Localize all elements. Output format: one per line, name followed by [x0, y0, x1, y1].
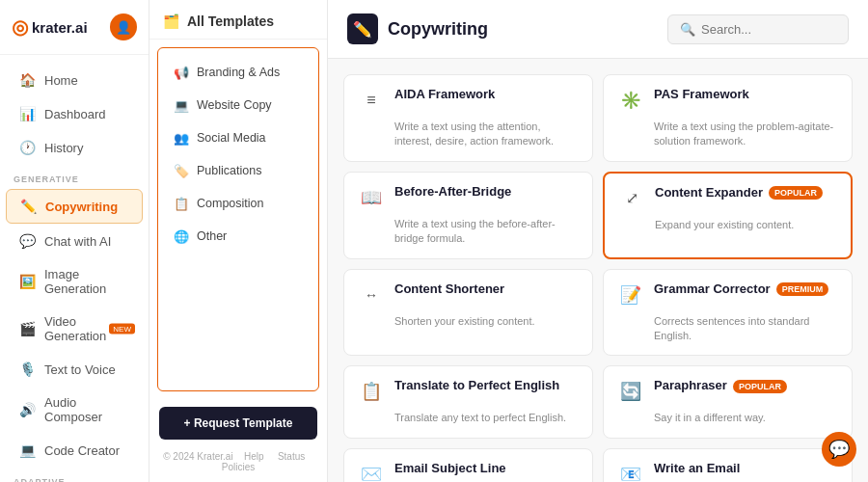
sidebar-label-dashboard: Dashboard [44, 107, 106, 121]
bab-title: Before-After-Bridge [394, 184, 511, 201]
sidebar-item-code-creator[interactable]: 💻 Code Creator [6, 434, 143, 467]
paraphraser-title: Paraphraser [654, 378, 727, 394]
request-template-label: + Request Template [184, 416, 293, 430]
translate-icon: 📋 [358, 378, 385, 405]
template-card-content-expander[interactable]: ⤢ Content Expander POPULAR Expand your e… [603, 172, 853, 259]
footer-link-help[interactable]: Help [244, 451, 264, 462]
sidebar-item-dashboard[interactable]: 📊 Dashboard [6, 97, 143, 130]
chat-ai-icon: 💬 [19, 233, 35, 249]
sidebar-item-home[interactable]: 🏠 Home [6, 64, 143, 96]
text-voice-icon: 🎙️ [19, 362, 35, 377]
video-gen-icon: 🎬 [19, 321, 35, 336]
sidebar-item-audio-composer[interactable]: 🔊 Audio Composer [6, 387, 143, 433]
social-icon: 👥 [174, 130, 189, 146]
other-icon: 🌐 [174, 228, 189, 244]
sidebar-item-video-gen[interactable]: 🎬 Video Generation NEW [6, 306, 143, 352]
popular-badge-2: POPULAR [733, 380, 787, 393]
grammar-corrector-desc: Corrects sentences into standard English… [617, 314, 838, 344]
template-category-social[interactable]: 👥 Social Media [164, 121, 312, 154]
bab-desc: Write a text using the before-after-brid… [358, 217, 579, 247]
template-card-paraphraser[interactable]: 🔄 Paraphraser POPULAR Say it in a differ… [603, 365, 853, 438]
main-title-area: ✏️ Copywriting [347, 13, 488, 44]
sidebar-label-home: Home [44, 73, 78, 88]
paraphraser-desc: Say it in a different way. [617, 411, 838, 425]
footer-link-policies[interactable]: Policies [222, 462, 255, 472]
translate-title: Translate to Perfect English [394, 378, 559, 394]
floating-action-button[interactable]: 💬 [822, 432, 856, 467]
website-icon: 💻 [174, 97, 189, 113]
sidebar-item-image-gen[interactable]: 🖼️ Image Generation [6, 258, 143, 305]
footer-copyright: © 2024 Krater.ai [163, 451, 232, 462]
sidebar-item-history[interactable]: 🕐 History [6, 131, 143, 164]
search-icon: 🔍 [680, 22, 695, 37]
sidebar-item-copywriting[interactable]: ✏️ Copywriting [6, 189, 143, 224]
card-header: ✉️ Email Subject Line [358, 461, 579, 482]
template-card-email-subject[interactable]: ✉️ Email Subject Line Write a high open-… [343, 448, 593, 482]
history-icon: 🕐 [19, 140, 35, 155]
template-category-publications[interactable]: 🏷️ Publications [164, 154, 312, 187]
template-card-pas[interactable]: ✳️ PAS Framework Write a text using the … [603, 74, 853, 162]
template-card-content-shortener[interactable]: ↔ Content Shortener Shorten your existin… [343, 269, 593, 357]
premium-badge: PREMIUM [776, 282, 829, 296]
templates-panel-title: 🗂️ All Templates [163, 13, 313, 29]
main-header: ✏️ Copywriting 🔍 [328, 0, 868, 59]
sidebar-label-copywriting: Copywriting [45, 200, 118, 214]
aida-desc: Write a text using the attention, intere… [358, 120, 579, 149]
templates-grid: ≡ AIDA Framework Write a text using the … [328, 59, 868, 482]
template-card-translate[interactable]: 📋 Translate to Perfect English Translate… [343, 365, 593, 438]
pas-desc: Write a text using the problem-agitate-s… [617, 120, 838, 149]
code-creator-icon: 💻 [19, 442, 35, 458]
template-category-other[interactable]: 🌐 Other [164, 220, 312, 253]
logo-area: ◎ krater.ai 👤 [0, 0, 149, 55]
aida-icon: ≡ [358, 87, 385, 114]
search-input[interactable] [701, 22, 836, 37]
template-category-composition[interactable]: 📋 Composition [164, 187, 312, 220]
pas-title: PAS Framework [654, 87, 749, 103]
write-email-title: Write an Email [654, 461, 740, 477]
copywriting-icon: ✏️ [20, 199, 36, 214]
search-box[interactable]: 🔍 [667, 14, 849, 44]
email-subject-title: Email Subject Line [394, 461, 506, 477]
content-shortener-desc: Shorten your existing content. [358, 314, 579, 329]
logo-icon: ◎ [12, 15, 28, 39]
card-header: ⤢ Content Expander POPULAR [618, 185, 837, 212]
bab-icon: 📖 [358, 184, 385, 211]
logo-text: krater.ai [32, 19, 88, 36]
template-category-website[interactable]: 💻 Website Copy [164, 89, 312, 121]
template-category-other-label: Other [197, 229, 227, 243]
all-templates-label: All Templates [187, 13, 274, 29]
card-header: 🔄 Paraphraser POPULAR [617, 378, 838, 405]
sidebar-item-chat-ai[interactable]: 💬 Chat with AI [6, 225, 143, 257]
all-templates-icon: 🗂️ [163, 13, 179, 29]
template-card-bab[interactable]: 📖 Before-After-Bridge Write a text using… [343, 172, 593, 259]
template-category-branding-label: Branding & Ads [197, 66, 280, 79]
home-icon: 🏠 [19, 72, 35, 88]
template-card-write-email[interactable]: 📧 Write an Email Write an email regardin… [603, 448, 853, 482]
sidebar-label-chat-ai: Chat with AI [44, 234, 111, 249]
card-title-area: Grammar Corrector PREMIUM [654, 281, 828, 298]
template-card-grammar-corrector[interactable]: 📝 Grammar Corrector PREMIUM Corrects sen… [603, 269, 853, 357]
user-avatar[interactable]: 👤 [110, 13, 137, 40]
generative-section-label: GENERATIVE [0, 165, 149, 188]
template-category-branding[interactable]: 📢 Branding & Ads [164, 56, 312, 89]
card-header: ≡ AIDA Framework [358, 87, 579, 114]
template-categories-list: 📢 Branding & Ads 💻 Website Copy 👥 Social… [157, 47, 319, 391]
card-header: 📋 Translate to Perfect English [358, 378, 579, 405]
template-card-aida[interactable]: ≡ AIDA Framework Write a text using the … [343, 74, 593, 162]
content-expander-icon: ⤢ [618, 185, 645, 212]
main-title-icon: ✏️ [347, 13, 378, 44]
request-template-button[interactable]: + Request Template [159, 407, 317, 440]
card-title-area: Paraphraser POPULAR [654, 378, 787, 394]
sidebar-label-text-voice: Text to Voice [44, 362, 116, 377]
content-shortener-icon: ↔ [358, 281, 385, 308]
audio-composer-icon: 🔊 [19, 402, 35, 417]
card-header: ↔ Content Shortener [358, 281, 579, 308]
main-content: ✏️ Copywriting 🔍 ≡ AIDA Framework Write … [328, 0, 868, 482]
content-shortener-title: Content Shortener [394, 281, 504, 298]
templates-panel: 🗂️ All Templates 📢 Branding & Ads 💻 Webs… [149, 0, 328, 482]
card-header: ✳️ PAS Framework [617, 87, 838, 114]
content-expander-desc: Expand your existing content. [618, 218, 837, 232]
sidebar-item-text-voice[interactable]: 🎙️ Text to Voice [6, 353, 143, 386]
footer-link-status[interactable]: Status [278, 451, 305, 462]
card-header: 📖 Before-After-Bridge [358, 184, 579, 211]
